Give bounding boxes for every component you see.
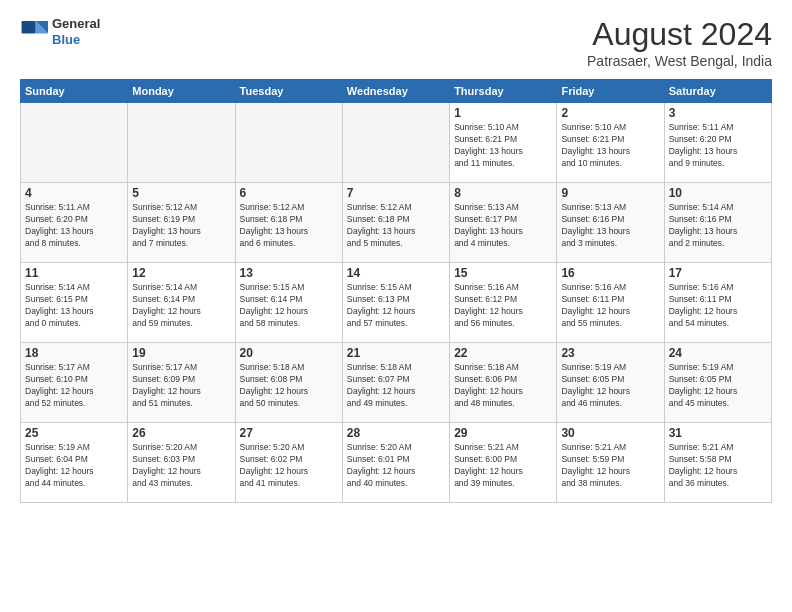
day-cell <box>342 103 449 183</box>
day-cell: 31Sunrise: 5:21 AM Sunset: 5:58 PM Dayli… <box>664 423 771 503</box>
logo-blue-text: Blue <box>52 32 80 47</box>
day-info: Sunrise: 5:16 AM Sunset: 6:12 PM Dayligh… <box>454 282 552 330</box>
day-info: Sunrise: 5:10 AM Sunset: 6:21 PM Dayligh… <box>561 122 659 170</box>
day-info: Sunrise: 5:15 AM Sunset: 6:14 PM Dayligh… <box>240 282 338 330</box>
day-cell: 27Sunrise: 5:20 AM Sunset: 6:02 PM Dayli… <box>235 423 342 503</box>
day-header-sunday: Sunday <box>21 80 128 103</box>
day-cell: 23Sunrise: 5:19 AM Sunset: 6:05 PM Dayli… <box>557 343 664 423</box>
title-block: August 2024 Patrasaer, West Bengal, Indi… <box>587 16 772 69</box>
day-info: Sunrise: 5:15 AM Sunset: 6:13 PM Dayligh… <box>347 282 445 330</box>
week-row-1: 1Sunrise: 5:10 AM Sunset: 6:21 PM Daylig… <box>21 103 772 183</box>
day-info: Sunrise: 5:19 AM Sunset: 6:04 PM Dayligh… <box>25 442 123 490</box>
day-header-friday: Friday <box>557 80 664 103</box>
day-header-tuesday: Tuesday <box>235 80 342 103</box>
day-info: Sunrise: 5:20 AM Sunset: 6:03 PM Dayligh… <box>132 442 230 490</box>
logo-general-text: General <box>52 16 100 31</box>
day-number: 9 <box>561 186 659 200</box>
day-info: Sunrise: 5:12 AM Sunset: 6:19 PM Dayligh… <box>132 202 230 250</box>
day-number: 21 <box>347 346 445 360</box>
day-cell: 24Sunrise: 5:19 AM Sunset: 6:05 PM Dayli… <box>664 343 771 423</box>
day-number: 10 <box>669 186 767 200</box>
day-info: Sunrise: 5:17 AM Sunset: 6:10 PM Dayligh… <box>25 362 123 410</box>
header: General Blue August 2024 Patrasaer, West… <box>20 16 772 69</box>
day-number: 28 <box>347 426 445 440</box>
day-number: 2 <box>561 106 659 120</box>
day-number: 5 <box>132 186 230 200</box>
location: Patrasaer, West Bengal, India <box>587 53 772 69</box>
page: General Blue August 2024 Patrasaer, West… <box>0 0 792 612</box>
logo-icon <box>20 18 48 46</box>
day-number: 31 <box>669 426 767 440</box>
day-number: 23 <box>561 346 659 360</box>
week-row-4: 18Sunrise: 5:17 AM Sunset: 6:10 PM Dayli… <box>21 343 772 423</box>
day-cell: 5Sunrise: 5:12 AM Sunset: 6:19 PM Daylig… <box>128 183 235 263</box>
day-info: Sunrise: 5:14 AM Sunset: 6:14 PM Dayligh… <box>132 282 230 330</box>
day-info: Sunrise: 5:20 AM Sunset: 6:02 PM Dayligh… <box>240 442 338 490</box>
day-info: Sunrise: 5:14 AM Sunset: 6:15 PM Dayligh… <box>25 282 123 330</box>
day-cell: 18Sunrise: 5:17 AM Sunset: 6:10 PM Dayli… <box>21 343 128 423</box>
day-cell: 29Sunrise: 5:21 AM Sunset: 6:00 PM Dayli… <box>450 423 557 503</box>
svg-rect-2 <box>22 21 36 33</box>
day-cell: 16Sunrise: 5:16 AM Sunset: 6:11 PM Dayli… <box>557 263 664 343</box>
day-number: 11 <box>25 266 123 280</box>
day-number: 15 <box>454 266 552 280</box>
day-cell: 8Sunrise: 5:13 AM Sunset: 6:17 PM Daylig… <box>450 183 557 263</box>
day-info: Sunrise: 5:18 AM Sunset: 6:06 PM Dayligh… <box>454 362 552 410</box>
day-cell: 13Sunrise: 5:15 AM Sunset: 6:14 PM Dayli… <box>235 263 342 343</box>
day-cell: 20Sunrise: 5:18 AM Sunset: 6:08 PM Dayli… <box>235 343 342 423</box>
day-cell: 17Sunrise: 5:16 AM Sunset: 6:11 PM Dayli… <box>664 263 771 343</box>
day-cell: 28Sunrise: 5:20 AM Sunset: 6:01 PM Dayli… <box>342 423 449 503</box>
day-number: 20 <box>240 346 338 360</box>
day-info: Sunrise: 5:21 AM Sunset: 5:58 PM Dayligh… <box>669 442 767 490</box>
month-year: August 2024 <box>587 16 772 53</box>
day-info: Sunrise: 5:18 AM Sunset: 6:08 PM Dayligh… <box>240 362 338 410</box>
day-number: 8 <box>454 186 552 200</box>
day-cell: 10Sunrise: 5:14 AM Sunset: 6:16 PM Dayli… <box>664 183 771 263</box>
day-cell: 30Sunrise: 5:21 AM Sunset: 5:59 PM Dayli… <box>557 423 664 503</box>
day-number: 7 <box>347 186 445 200</box>
day-info: Sunrise: 5:21 AM Sunset: 5:59 PM Dayligh… <box>561 442 659 490</box>
day-cell <box>21 103 128 183</box>
day-number: 26 <box>132 426 230 440</box>
day-info: Sunrise: 5:13 AM Sunset: 6:17 PM Dayligh… <box>454 202 552 250</box>
day-info: Sunrise: 5:21 AM Sunset: 6:00 PM Dayligh… <box>454 442 552 490</box>
day-number: 14 <box>347 266 445 280</box>
day-cell: 4Sunrise: 5:11 AM Sunset: 6:20 PM Daylig… <box>21 183 128 263</box>
day-cell: 7Sunrise: 5:12 AM Sunset: 6:18 PM Daylig… <box>342 183 449 263</box>
day-number: 16 <box>561 266 659 280</box>
week-row-2: 4Sunrise: 5:11 AM Sunset: 6:20 PM Daylig… <box>21 183 772 263</box>
day-info: Sunrise: 5:16 AM Sunset: 6:11 PM Dayligh… <box>669 282 767 330</box>
day-cell: 22Sunrise: 5:18 AM Sunset: 6:06 PM Dayli… <box>450 343 557 423</box>
day-header-monday: Monday <box>128 80 235 103</box>
day-info: Sunrise: 5:19 AM Sunset: 6:05 PM Dayligh… <box>669 362 767 410</box>
day-cell: 21Sunrise: 5:18 AM Sunset: 6:07 PM Dayli… <box>342 343 449 423</box>
day-number: 29 <box>454 426 552 440</box>
day-cell: 25Sunrise: 5:19 AM Sunset: 6:04 PM Dayli… <box>21 423 128 503</box>
day-info: Sunrise: 5:20 AM Sunset: 6:01 PM Dayligh… <box>347 442 445 490</box>
day-cell <box>128 103 235 183</box>
day-cell: 1Sunrise: 5:10 AM Sunset: 6:21 PM Daylig… <box>450 103 557 183</box>
logo: General Blue <box>20 16 100 47</box>
day-cell: 15Sunrise: 5:16 AM Sunset: 6:12 PM Dayli… <box>450 263 557 343</box>
day-cell: 2Sunrise: 5:10 AM Sunset: 6:21 PM Daylig… <box>557 103 664 183</box>
logo-text: General Blue <box>52 16 100 47</box>
day-number: 17 <box>669 266 767 280</box>
week-row-3: 11Sunrise: 5:14 AM Sunset: 6:15 PM Dayli… <box>21 263 772 343</box>
day-cell: 9Sunrise: 5:13 AM Sunset: 6:16 PM Daylig… <box>557 183 664 263</box>
day-number: 27 <box>240 426 338 440</box>
day-cell: 6Sunrise: 5:12 AM Sunset: 6:18 PM Daylig… <box>235 183 342 263</box>
calendar-table: SundayMondayTuesdayWednesdayThursdayFrid… <box>20 79 772 503</box>
day-number: 6 <box>240 186 338 200</box>
day-info: Sunrise: 5:10 AM Sunset: 6:21 PM Dayligh… <box>454 122 552 170</box>
day-number: 12 <box>132 266 230 280</box>
day-number: 4 <box>25 186 123 200</box>
day-number: 24 <box>669 346 767 360</box>
day-number: 22 <box>454 346 552 360</box>
day-info: Sunrise: 5:11 AM Sunset: 6:20 PM Dayligh… <box>25 202 123 250</box>
day-number: 19 <box>132 346 230 360</box>
day-info: Sunrise: 5:17 AM Sunset: 6:09 PM Dayligh… <box>132 362 230 410</box>
day-number: 25 <box>25 426 123 440</box>
day-cell: 14Sunrise: 5:15 AM Sunset: 6:13 PM Dayli… <box>342 263 449 343</box>
day-header-thursday: Thursday <box>450 80 557 103</box>
day-cell: 11Sunrise: 5:14 AM Sunset: 6:15 PM Dayli… <box>21 263 128 343</box>
